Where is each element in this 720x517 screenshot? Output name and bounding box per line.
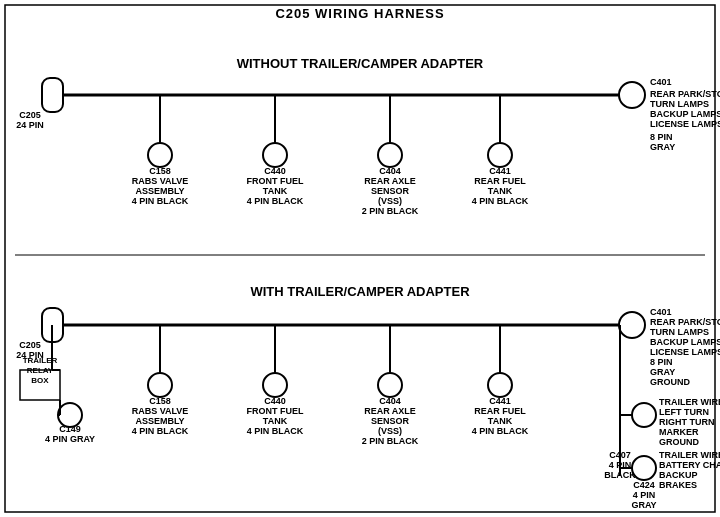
svg-text:TANK: TANK <box>263 186 288 196</box>
svg-text:C424: C424 <box>633 480 655 490</box>
svg-text:8 PIN: 8 PIN <box>650 357 673 367</box>
svg-text:SENSOR: SENSOR <box>371 416 410 426</box>
svg-text:4 PIN BLACK: 4 PIN BLACK <box>247 196 304 206</box>
svg-text:C205: C205 <box>19 110 41 120</box>
svg-text:8 PIN: 8 PIN <box>650 132 673 142</box>
section1-label: WITHOUT TRAILER/CAMPER ADAPTER <box>237 56 484 71</box>
svg-text:24 PIN: 24 PIN <box>16 120 44 130</box>
svg-text:TANK: TANK <box>263 416 288 426</box>
svg-text:4 PIN BLACK: 4 PIN BLACK <box>132 426 189 436</box>
page: C205 WIRING HARNESS WITHOUT TRAILER/CAMP… <box>0 0 720 517</box>
svg-text:BACKUP: BACKUP <box>659 470 698 480</box>
svg-text:C440: C440 <box>264 396 286 406</box>
svg-text:LEFT TURN: LEFT TURN <box>659 407 709 417</box>
svg-text:(VSS): (VSS) <box>378 426 402 436</box>
svg-text:TRAILER WIRES: TRAILER WIRES <box>659 397 720 407</box>
svg-text:FRONT FUEL: FRONT FUEL <box>247 406 304 416</box>
svg-text:BOX: BOX <box>31 376 49 385</box>
svg-point-43 <box>619 312 645 338</box>
svg-text:LICENSE LAMPS: LICENSE LAMPS <box>650 347 720 357</box>
svg-point-64 <box>148 373 172 397</box>
wiring-diagram: WITHOUT TRAILER/CAMPER ADAPTER C205 24 P… <box>0 0 720 517</box>
svg-text:4 PIN: 4 PIN <box>633 490 656 500</box>
svg-text:C401: C401 <box>650 77 672 87</box>
svg-text:C407: C407 <box>609 450 631 460</box>
svg-text:C158: C158 <box>149 166 171 176</box>
svg-text:C441: C441 <box>489 166 511 176</box>
svg-text:RELAY: RELAY <box>27 366 54 375</box>
svg-point-83 <box>488 373 512 397</box>
svg-text:C404: C404 <box>379 396 401 406</box>
svg-text:TANK: TANK <box>488 416 513 426</box>
svg-text:2 PIN BLACK: 2 PIN BLACK <box>362 436 419 446</box>
svg-text:REAR PARK/STOP: REAR PARK/STOP <box>650 89 720 99</box>
svg-point-14 <box>148 143 172 167</box>
svg-text:LICENSE LAMPS: LICENSE LAMPS <box>650 119 720 129</box>
svg-text:TURN LAMPS: TURN LAMPS <box>650 327 709 337</box>
svg-text:C404: C404 <box>379 166 401 176</box>
svg-text:BACKUP LAMPS: BACKUP LAMPS <box>650 337 720 347</box>
svg-text:GRAY: GRAY <box>650 367 675 377</box>
svg-text:GROUND: GROUND <box>650 377 690 387</box>
svg-text:RABS VALVE: RABS VALVE <box>132 176 189 186</box>
svg-text:ASSEMBLY: ASSEMBLY <box>135 416 184 426</box>
svg-text:RABS VALVE: RABS VALVE <box>132 406 189 416</box>
svg-text:SENSOR: SENSOR <box>371 186 410 196</box>
svg-point-5 <box>619 82 645 108</box>
svg-text:REAR FUEL: REAR FUEL <box>474 176 526 186</box>
svg-text:2 PIN BLACK: 2 PIN BLACK <box>362 206 419 216</box>
svg-text:GROUND: GROUND <box>659 437 699 447</box>
svg-text:FRONT FUEL: FRONT FUEL <box>247 176 304 186</box>
section2-label: WITH TRAILER/CAMPER ADAPTER <box>250 284 470 299</box>
svg-text:TRAILER WIRES: TRAILER WIRES <box>659 450 720 460</box>
svg-point-26 <box>378 143 402 167</box>
svg-text:(VSS): (VSS) <box>378 196 402 206</box>
svg-text:BLACK: BLACK <box>604 470 636 480</box>
svg-point-70 <box>263 373 287 397</box>
svg-text:BACKUP LAMPS: BACKUP LAMPS <box>650 109 720 119</box>
svg-text:REAR AXLE: REAR AXLE <box>364 406 416 416</box>
svg-rect-0 <box>5 5 715 512</box>
svg-text:TANK: TANK <box>488 186 513 196</box>
svg-text:TURN LAMPS: TURN LAMPS <box>650 99 709 109</box>
svg-text:BRAKES: BRAKES <box>659 480 697 490</box>
svg-text:REAR AXLE: REAR AXLE <box>364 176 416 186</box>
svg-text:GRAY: GRAY <box>631 500 656 510</box>
svg-text:C158: C158 <box>149 396 171 406</box>
svg-point-100 <box>632 456 656 480</box>
svg-text:4 PIN BLACK: 4 PIN BLACK <box>132 196 189 206</box>
svg-text:C205: C205 <box>19 340 41 350</box>
svg-text:ASSEMBLY: ASSEMBLY <box>135 186 184 196</box>
svg-point-90 <box>632 403 656 427</box>
svg-text:C401: C401 <box>650 307 672 317</box>
svg-text:4 PIN BLACK: 4 PIN BLACK <box>472 196 529 206</box>
svg-text:GRAY: GRAY <box>650 142 675 152</box>
svg-text:BATTERY CHARGE: BATTERY CHARGE <box>659 460 720 470</box>
svg-point-76 <box>378 373 402 397</box>
svg-text:MARKER: MARKER <box>659 427 699 437</box>
svg-text:C149: C149 <box>59 424 81 434</box>
svg-text:REAR FUEL: REAR FUEL <box>474 406 526 416</box>
svg-text:4 PIN GRAY: 4 PIN GRAY <box>45 434 95 444</box>
svg-text:REAR PARK/STOP: REAR PARK/STOP <box>650 317 720 327</box>
svg-rect-2 <box>42 78 63 112</box>
svg-text:C440: C440 <box>264 166 286 176</box>
svg-point-20 <box>263 143 287 167</box>
svg-text:RIGHT TURN: RIGHT TURN <box>659 417 715 427</box>
svg-text:C441: C441 <box>489 396 511 406</box>
svg-text:4 PIN BLACK: 4 PIN BLACK <box>472 426 529 436</box>
svg-point-33 <box>488 143 512 167</box>
svg-text:4 PIN BLACK: 4 PIN BLACK <box>247 426 304 436</box>
